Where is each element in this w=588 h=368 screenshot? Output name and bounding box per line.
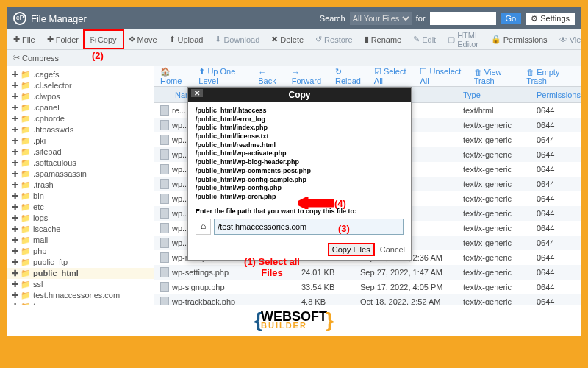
content-actions: 🏠 Home ⬆ Up One Level ← Back → Forward ↻…	[154, 66, 581, 87]
htmleditor-button[interactable]: ▢ HTML Editor	[442, 29, 485, 49]
tree-item[interactable]: ✚ 📁 logs	[7, 213, 154, 224]
back-link[interactable]: ← Back	[258, 68, 282, 85]
tree-item[interactable]: ✚ 📁 public_ftp	[7, 257, 154, 268]
file-icon	[160, 164, 169, 174]
search-label: Search	[320, 14, 345, 23]
path-label: Enter the file path that you want to cop…	[196, 208, 404, 216]
edit-button[interactable]: ✎ Edit	[407, 29, 442, 49]
tree-item[interactable]: ✚ 📁 .softaculous	[7, 158, 154, 169]
file-icon	[160, 194, 169, 204]
forward-link[interactable]: → Forward	[292, 68, 326, 85]
tree-item[interactable]: ✚ 📁 etc	[7, 202, 154, 213]
delete-button[interactable]: ✖ Delete	[265, 29, 309, 49]
file-icon	[160, 282, 169, 292]
copy-dialog: ✕ Copy /public_html/.htaccess/public_htm…	[187, 87, 412, 261]
cancel-button[interactable]: Cancel	[380, 245, 405, 254]
home-link[interactable]: 🏠 Home	[160, 67, 190, 85]
upload-button[interactable]: ⬆ Upload	[163, 29, 209, 49]
tree-item[interactable]: ✚ 📁 bin	[7, 191, 154, 202]
compress-button[interactable]: ✂ Compress	[7, 50, 65, 66]
websoft-logo: { WEBSOFTBUILDER }	[7, 305, 581, 336]
view-button[interactable]: 👁 View	[553, 29, 581, 49]
tree-item[interactable]: ✚ 📁 php	[7, 246, 154, 257]
file-icon	[160, 223, 169, 233]
unselectall-link[interactable]: ☐ Unselect All	[420, 67, 465, 85]
home-icon[interactable]: ⌂	[196, 219, 211, 235]
file-icon	[160, 252, 169, 263]
file-icon	[160, 105, 169, 116]
tree-item[interactable]: ✚ 📁 test.hmaccessories.com	[7, 290, 154, 301]
file-icon	[160, 208, 169, 219]
tree-item[interactable]: ✚ 📁 .clwpos	[7, 91, 154, 102]
toolbar-row2: ✂ Compress	[7, 50, 581, 66]
go-button[interactable]: Go	[501, 13, 522, 24]
tree-item[interactable]: ✚ 📁 .cpanel	[7, 102, 154, 113]
trash-link[interactable]: 🗑 View Trash	[474, 68, 517, 85]
tree-item[interactable]: ✚ 📁 .cl.selector	[7, 80, 154, 91]
emptytrash-link[interactable]: 🗑 Empty Trash	[526, 68, 575, 85]
gear-icon: ⚙	[531, 14, 538, 24]
file-selection-list: /public_html/.htaccess/public_html/error…	[196, 107, 404, 202]
main-toolbar: ✚ File ✚ Folder ⎘ Copy ✥ Move ⬆ Upload ⬇…	[7, 29, 581, 50]
reload-link[interactable]: ↻ Reload	[335, 67, 365, 85]
tree-item[interactable]: ✚ 📁 lscache	[7, 224, 154, 235]
file-icon	[160, 135, 169, 145]
up-link[interactable]: ⬆ Up One Level	[198, 67, 249, 85]
file-icon	[160, 120, 169, 130]
selectall-link[interactable]: ☑ Select All	[374, 67, 412, 85]
dialog-titlebar: ✕ Copy	[188, 88, 411, 102]
file-button[interactable]: ✚ File	[7, 29, 41, 49]
tree-item[interactable]: ✚ 📁 .trash	[7, 180, 154, 191]
move-button[interactable]: ✥ Move	[123, 29, 163, 49]
file-icon	[160, 149, 169, 160]
destination-path-input[interactable]	[214, 219, 404, 235]
tree-item[interactable]: ✚ 📁 .cphorde	[7, 113, 154, 124]
settings-button[interactable]: ⚙Settings	[526, 13, 575, 25]
restore-button[interactable]: ↺ Restore	[309, 29, 359, 49]
app-header: File Manager Search All Your Files for G…	[7, 7, 581, 29]
copy-files-button[interactable]: Copy Files	[328, 243, 375, 256]
file-icon	[160, 179, 169, 189]
rename-button[interactable]: ▮ Rename	[359, 29, 408, 49]
col-type[interactable]: Type	[463, 91, 537, 99]
tree-item[interactable]: ✚ 📁 ssl	[7, 279, 154, 290]
search-input[interactable]	[430, 12, 496, 25]
col-perms[interactable]: Permissions	[537, 91, 581, 99]
tree-item[interactable]: ✚ 📁 public_html	[7, 268, 154, 279]
folder-tree[interactable]: ✚ 📁 .cagefs✚ 📁 .cl.selector✚ 📁 .clwpos✚ …	[7, 66, 154, 336]
table-row[interactable]: wp-settings.php24.01 KBSep 27, 2022, 1:4…	[154, 265, 581, 280]
download-button[interactable]: ⬇ Download	[209, 29, 265, 49]
cpanel-logo-icon	[13, 12, 26, 25]
close-icon[interactable]: ✕	[191, 89, 203, 97]
tree-item[interactable]: ✚ 📁 .pki	[7, 135, 154, 146]
table-row[interactable]: wp-signup.php33.54 KBSep 17, 2022, 4:05 …	[154, 280, 581, 294]
permissions-button[interactable]: 🔒 Permissions	[485, 29, 553, 49]
file-icon	[160, 238, 169, 248]
file-icon	[160, 267, 169, 277]
app-title: File Manager	[31, 13, 87, 24]
copy-button[interactable]: ⎘ Copy	[83, 29, 124, 49]
search-scope-select[interactable]: All Your Files	[350, 12, 412, 25]
tree-item[interactable]: ✚ 📁 mail	[7, 235, 154, 246]
tree-item[interactable]: ✚ 📁 .spamassassin	[7, 169, 154, 180]
for-label: for	[416, 14, 426, 23]
folder-button[interactable]: ✚ Folder	[41, 29, 85, 49]
tree-item[interactable]: ✚ 📁 .cagefs	[7, 69, 154, 80]
tree-item[interactable]: ✚ 📁 .sitepad	[7, 146, 154, 158]
tree-item[interactable]: ✚ 📁 .htpasswds	[7, 124, 154, 135]
